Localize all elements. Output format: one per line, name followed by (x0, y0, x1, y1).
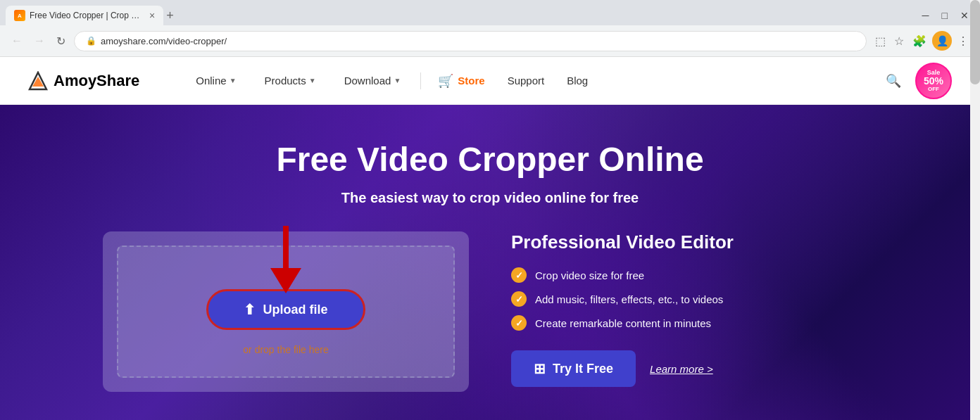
nav-support[interactable]: Support (496, 75, 556, 87)
extensions-btn[interactable]: 🧩 (910, 32, 929, 51)
nav-download[interactable]: Download ▼ (330, 57, 415, 105)
feature-item-1: ✓ Crop video size for free (511, 267, 877, 283)
search-btn[interactable]: 🔍 (880, 68, 907, 94)
cast-btn[interactable]: ⬚ (872, 32, 888, 51)
check-icon-3: ✓ (511, 315, 527, 331)
nav-online[interactable]: Online ▼ (182, 57, 250, 105)
hero-subtitle: The easiest way to crop video online for… (341, 190, 639, 206)
scrollbar[interactable] (970, 0, 980, 420)
logo-icon (28, 71, 48, 91)
cart-icon: 🛒 (438, 73, 453, 89)
check-icon-1: ✓ (511, 267, 527, 283)
check-icon-2: ✓ (511, 291, 527, 307)
tab-title: Free Video Cropper | Crop MP4 ... (30, 11, 142, 20)
upload-icon: ⬆ (244, 301, 256, 318)
download-chevron-icon: ▼ (394, 77, 401, 84)
nav-online-label: Online (196, 75, 226, 87)
refresh-btn[interactable]: ↻ (54, 32, 68, 51)
logo[interactable]: AmoyShare (28, 71, 139, 91)
feature-item-2: ✓ Add music, filters, effects, etc., to … (511, 291, 877, 307)
nav-store-label: Store (458, 75, 484, 87)
lock-icon: 🔒 (86, 36, 96, 46)
tab-bar: A Free Video Cropper | Crop MP4 ... × + … (0, 0, 980, 25)
products-chevron-icon: ▼ (309, 77, 316, 84)
new-tab-btn[interactable]: + (166, 9, 174, 22)
scrollbar-thumb[interactable] (970, 0, 980, 84)
url-text: amoyshare.com/video-cropper/ (101, 36, 855, 46)
back-btn[interactable]: ← (8, 32, 25, 50)
sale-percent: 50% (924, 76, 943, 86)
hero-content: ⬆ Upload file or drop the file here Prof… (103, 231, 877, 392)
nav-menu: Online ▼ Products ▼ Download ▼ 🛒 Store S… (182, 57, 874, 105)
sale-off: OFF (928, 86, 939, 92)
feature-label-3: Create remarkable content in minutes (535, 317, 711, 329)
feature-label-1: Crop video size for free (535, 269, 644, 281)
upload-area: ⬆ Upload file or drop the file here (103, 231, 469, 392)
profile-btn[interactable]: 👤 (932, 31, 952, 51)
sale-badge[interactable]: Sale 50% OFF (915, 63, 952, 99)
hero-section: Free Video Cropper Online The easiest wa… (0, 105, 980, 420)
logo-text: AmoyShare (54, 72, 139, 90)
nav-products-label: Products (265, 75, 306, 87)
address-bar-row: ← → ↻ 🔒 amoyshare.com/video-cropper/ ⬚ ☆… (0, 25, 980, 56)
feature-item-3: ✓ Create remarkable content in minutes (511, 315, 877, 331)
learn-more-link[interactable]: Learn more > (650, 363, 713, 375)
favicon-letter: A (18, 13, 22, 19)
upload-btn-label: Upload file (263, 303, 327, 317)
hero-title: Free Video Cropper Online (276, 140, 703, 179)
online-chevron-icon: ▼ (230, 77, 237, 84)
window-controls: ─ □ ✕ (917, 8, 974, 23)
nav-download-label: Download (344, 75, 391, 87)
menu-btn[interactable]: ⋮ (955, 32, 972, 51)
nav-divider (420, 72, 421, 89)
upload-dropzone[interactable]: ⬆ Upload file or drop the file here (117, 246, 455, 378)
side-panel-title: Professional Video Editor (511, 231, 877, 253)
tab-close-btn[interactable]: × (149, 10, 155, 21)
browser-actions: ⬚ ☆ 🧩 👤 ⋮ (872, 31, 972, 51)
nav-products[interactable]: Products ▼ (251, 57, 330, 105)
nav-blog[interactable]: Blog (555, 75, 599, 87)
windows-icon: ⊞ (534, 360, 546, 377)
side-panel: Professional Video Editor ✓ Crop video s… (511, 231, 877, 387)
try-free-row: ⊞ Try It Free Learn more > (511, 350, 877, 387)
arrow-stem (283, 226, 289, 268)
nav-support-label: Support (508, 75, 545, 87)
active-tab[interactable]: A Free Video Cropper | Crop MP4 ... × (6, 6, 163, 25)
arrow-indicator (270, 226, 301, 293)
address-bar[interactable]: 🔒 amoyshare.com/video-cropper/ (74, 31, 867, 51)
site-header: AmoyShare Online ▼ Products ▼ Download ▼… (0, 57, 980, 105)
nav-store[interactable]: 🛒 Store (427, 73, 496, 89)
forward-btn[interactable]: → (31, 32, 48, 50)
try-free-btn[interactable]: ⊞ Try It Free (511, 350, 636, 387)
feature-label-2: Add music, filters, effects, etc., to vi… (535, 293, 723, 305)
bookmark-btn[interactable]: ☆ (891, 32, 907, 51)
feature-list: ✓ Crop video size for free ✓ Add music, … (511, 267, 877, 331)
minimize-btn[interactable]: ─ (917, 8, 935, 23)
tab-favicon: A (14, 10, 25, 21)
nav-blog-label: Blog (567, 75, 588, 87)
website: AmoyShare Online ▼ Products ▼ Download ▼… (0, 57, 980, 420)
drop-text: or drop the file here (243, 344, 328, 355)
restore-btn[interactable]: □ (936, 8, 953, 23)
browser-chrome: A Free Video Cropper | Crop MP4 ... × + … (0, 0, 980, 57)
try-free-label: Try It Free (553, 362, 613, 376)
arrow-head (270, 268, 301, 293)
upload-file-btn[interactable]: ⬆ Upload file (206, 289, 365, 330)
